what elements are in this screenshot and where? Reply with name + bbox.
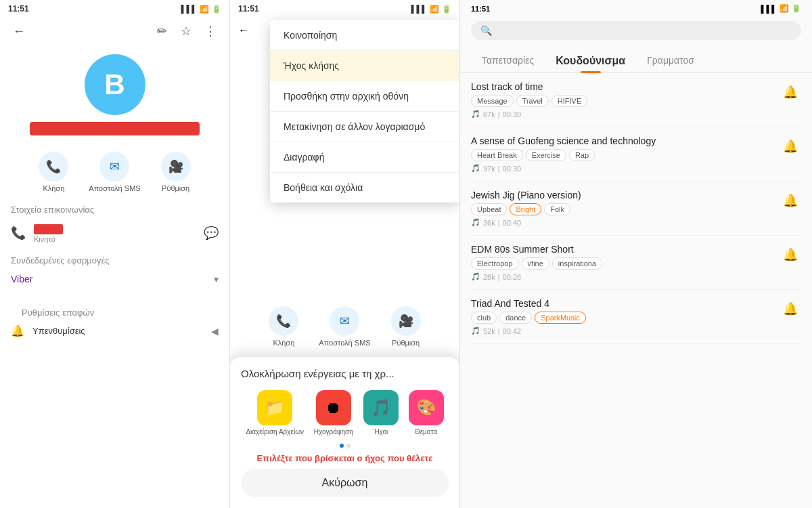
ringtone-item-3[interactable]: Jewish Jig (Piano version) Upbeat Bright…	[471, 182, 801, 236]
phone-info: Κινητό	[34, 223, 196, 243]
sms-label: Αποστολή SMS	[89, 184, 140, 192]
themes-label: Θέματα	[415, 428, 437, 436]
reminders-label: Υπενθυμίσεις	[32, 326, 85, 336]
bottom-sheet-title: Ολοκλήρωση ενέργειας με τη χρ...	[241, 368, 449, 379]
signal-icon: ▌▌▌	[181, 5, 197, 13]
status-bar-1: 11:51 ▌▌▌ 📶 🔋	[0, 0, 229, 18]
signal-icon-3: ▌▌▌	[761, 5, 777, 13]
p2-back-button[interactable]: ←	[238, 24, 249, 37]
reminder-icon: 🔔	[11, 324, 24, 337]
ringtone-item-5[interactable]: Triad And Tested 4 club dance SparkMusic…	[471, 290, 801, 344]
tag-row-1: Message Travel HIFIVE	[471, 95, 780, 107]
sounds-icon: 🎵	[363, 390, 399, 425]
files-icon: 📁	[257, 390, 292, 425]
p2-call-button[interactable]: 📞 Κλήση	[269, 306, 298, 347]
menu-move-account[interactable]: Μετακίνηση σε άλλον λογαριασμό	[270, 112, 459, 142]
tag-folk: Folk	[544, 203, 570, 215]
plays-2: 97k	[483, 165, 495, 173]
contact-info-title: Στοιχεία επικοινωνίας	[0, 198, 229, 217]
recorder-label: Ηχογράφηση	[314, 428, 353, 436]
play-icon-3: 🎵	[471, 218, 480, 227]
duration-4: 00:28	[503, 273, 522, 281]
time-1: 11:51	[8, 4, 29, 14]
p2-video-label: Ρύθμιση	[392, 339, 420, 347]
app-files[interactable]: 📁 Διαχείριση Αρχείων	[246, 390, 304, 436]
menu-share[interactable]: Κοινοποίηση	[270, 20, 459, 51]
bell-1[interactable]: 🔔	[780, 81, 801, 103]
tag-bright: Bright	[510, 203, 541, 215]
menu-delete[interactable]: Διαγραφή	[270, 142, 459, 173]
edit-button[interactable]: ✏	[151, 20, 173, 42]
meta-4: 🎵 28k | 00:28	[471, 272, 780, 281]
video-icon: 🎥	[161, 152, 191, 182]
duration-5: 00:42	[503, 327, 522, 335]
menu-help[interactable]: Βοήθεια και σχόλια	[270, 173, 459, 203]
tab-fonts[interactable]: Γραμματοσ	[636, 49, 705, 72]
phone-icon: 📞	[11, 226, 26, 240]
bell-3[interactable]: 🔔	[780, 190, 801, 211]
battery-icon: 🔋	[212, 5, 221, 14]
more-button[interactable]: ⋮	[200, 20, 221, 42]
app-themes[interactable]: 🎨 Θέματα	[409, 390, 444, 436]
cancel-button[interactable]: Ακύρωση	[241, 469, 449, 497]
files-label: Διαχείριση Αρχείων	[246, 428, 304, 436]
status-bar-3: 11:51 ▌▌▌ 📶 🔋	[460, 0, 812, 17]
back-button[interactable]: ←	[8, 20, 30, 42]
sms-button[interactable]: ✉ Αποστολή SMS	[89, 152, 140, 192]
menu-ringtone[interactable]: Ήχος κλήσης	[270, 51, 459, 81]
dots-indicator	[241, 444, 449, 448]
sep-5: |	[498, 327, 500, 335]
sep-1: |	[498, 110, 500, 119]
connected-apps-section: Συνδεδεμένες εφαρμογές Viber ▾	[0, 249, 229, 294]
sep-3: |	[498, 219, 500, 227]
settings-title: Ρυθμίσεις επαφών	[11, 301, 219, 320]
p2-action-buttons: 📞 Κλήση ✉ Αποστολή SMS 🎥 Ρύθμιση	[230, 301, 459, 352]
bell-4[interactable]: 🔔	[780, 244, 801, 266]
bell-5[interactable]: 🔔	[780, 298, 801, 320]
battery-icon-3: 🔋	[792, 4, 801, 13]
sep-4: |	[498, 273, 500, 281]
p2-call-label: Κλήση	[273, 339, 294, 347]
viber-label: Viber	[11, 274, 32, 284]
tag-travel: Travel	[516, 95, 549, 107]
p2-video-button[interactable]: 🎥 Ρύθμιση	[391, 306, 421, 347]
plays-3: 36k	[483, 219, 495, 227]
panel-ringtone: 11:51 ▌▌▌ 📶 🔋 🔍 Ταπετσαρίες Κουδούνισμα …	[460, 0, 812, 508]
star-button[interactable]: ☆	[175, 20, 197, 42]
ringtone-info-2: A sense of Guofeng science and technolog…	[471, 135, 780, 173]
search-icon: 🔍	[480, 25, 492, 36]
battery-icon-2: 🔋	[442, 5, 451, 14]
menu-add-home[interactable]: Προσθήκη στην αρχική οθόνη	[270, 81, 459, 112]
sep-2: |	[498, 165, 500, 173]
signal-icon-2: ▌▌▌	[411, 5, 427, 13]
tag-message: Message	[471, 95, 514, 107]
bell-2[interactable]: 🔔	[780, 135, 801, 157]
phone-type: Κινητό	[34, 235, 196, 243]
ringtone-item-1[interactable]: Lost track of time Message Travel HIFIVE…	[471, 73, 801, 127]
viber-chevron: ▾	[214, 274, 219, 284]
ringtone-item-2[interactable]: A sense of Guofeng science and technolog…	[471, 127, 801, 182]
wifi-icon-2: 📶	[430, 5, 439, 14]
action-buttons-1: 📞 Κλήση ✉ Αποστολή SMS 🎥 Ρύθμιση	[0, 146, 229, 198]
reminders-row[interactable]: 🔔 Υπενθυμίσεις ◀	[11, 320, 219, 341]
tab-ringtone[interactable]: Κουδούνισμα	[545, 49, 636, 72]
meta-5: 🎵 52k | 00:42	[471, 326, 780, 335]
wifi-icon: 📶	[200, 5, 209, 14]
ringtone-item-4[interactable]: EDM 80s Summer Short Electropop vfine in…	[471, 236, 801, 290]
call-button[interactable]: 📞 Κλήση	[39, 152, 68, 192]
dot-2	[346, 444, 351, 448]
plays-5: 52k	[483, 327, 495, 335]
video-button[interactable]: 🎥 Ρύθμιση	[161, 152, 191, 192]
p2-sms-button[interactable]: ✉ Αποστολή SMS	[319, 306, 370, 347]
ringtone-title-5: Triad And Tested 4	[471, 298, 780, 309]
meta-1: 🎵 67k | 00:30	[471, 110, 780, 119]
phone-row[interactable]: 📞 Κινητό 💬	[0, 217, 229, 249]
viber-row[interactable]: Viber ▾	[11, 271, 219, 287]
tab-wallpapers[interactable]: Ταπετσαρίες	[471, 49, 545, 72]
app-sounds[interactable]: 🎵 Ήχοι	[363, 390, 399, 436]
tag-sparkmusic: SparkMusic	[535, 312, 585, 324]
search-bar[interactable]: 🔍	[471, 21, 801, 40]
message-icon[interactable]: 💬	[204, 226, 219, 240]
wifi-icon-3: 📶	[780, 4, 789, 13]
app-recorder[interactable]: ⏺ Ηχογράφηση	[314, 390, 353, 436]
